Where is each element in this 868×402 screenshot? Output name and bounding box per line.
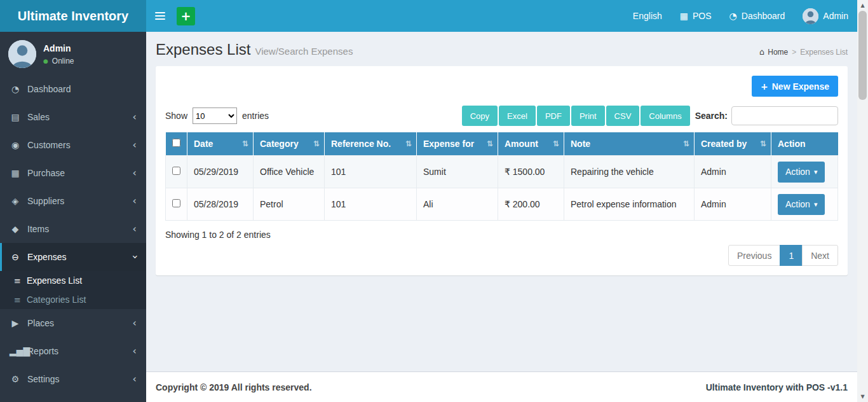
sidebar-item-reports[interactable]: ▂▅▇ Reports ‹ (0, 337, 146, 365)
sidebar-item-label: Items (27, 224, 49, 234)
column-header-amount[interactable]: Amount ⇅ (498, 132, 564, 156)
sidebar-user-status-label: Online (52, 57, 74, 66)
sidebar-item-sales[interactable]: ▤ Sales ‹ (0, 103, 146, 131)
chevron-down-icon: ‹ (130, 255, 140, 259)
sidebar-item-expenses[interactable]: ⊖ Expenses ‹ (0, 243, 146, 271)
cell-expense-for: Ali (417, 188, 498, 221)
nav-user-label: Admin (823, 11, 848, 21)
row-checkbox[interactable] (172, 167, 180, 175)
csv-button[interactable]: CSV (606, 106, 640, 126)
pdf-button[interactable]: PDF (537, 106, 570, 126)
plus-icon: + (181, 10, 191, 22)
excel-button[interactable]: Excel (499, 106, 536, 126)
column-header-date[interactable]: Date ⇅ (187, 132, 254, 156)
sidebar-subitem-categories-list[interactable]: ≡ Categories List (0, 290, 146, 309)
breadcrumb-home[interactable]: ⌂ Home (759, 47, 788, 57)
breadcrumb-separator: > (792, 48, 796, 57)
breadcrumb-current: Expenses List (800, 48, 848, 57)
quick-add-button[interactable]: + (177, 7, 195, 25)
page-size-select[interactable]: 10 (193, 107, 237, 124)
speedometer-icon: ◔ (729, 11, 737, 21)
sidebar-item-places[interactable]: ▶ Places ‹ (0, 309, 146, 337)
search-input[interactable] (731, 106, 838, 125)
brand-logo[interactable]: Ultimate Inventory (0, 0, 146, 32)
action-dropdown-button[interactable]: Action ▾ (778, 162, 825, 183)
show-entries: Show 10 entries (165, 107, 269, 124)
sidebar-user-info: Admin ● Online (43, 43, 74, 66)
column-header-reference[interactable]: Reference No. ⇅ (325, 132, 417, 156)
bar-chart-icon: ▂▅▇ (10, 346, 21, 356)
sidebar-toggle-button[interactable] (146, 0, 174, 32)
cell-select (166, 156, 187, 188)
copy-button[interactable]: Copy (462, 106, 498, 126)
nav-dashboard[interactable]: ◔ Dashboard (721, 0, 794, 32)
new-expense-button[interactable]: + New Expense (752, 76, 838, 97)
select-all-checkbox[interactable] (172, 139, 180, 147)
scroll-up-arrow[interactable]: ▲ (857, 0, 868, 11)
chevron-left-icon: ‹ (133, 374, 137, 384)
sidebar-item-items[interactable]: ◆ Items ‹ (0, 215, 146, 243)
pagination: Previous 1 Next (165, 245, 838, 266)
nav-language[interactable]: English (624, 0, 671, 32)
sidebar-item-purchase[interactable]: ▦ Purchase ‹ (0, 159, 146, 187)
pagination-page-1[interactable]: 1 (780, 245, 803, 266)
sidebar-item-settings[interactable]: ⚙ Settings ‹ (0, 365, 146, 393)
sidebar-item-dashboard[interactable]: ◔ Dashboard (0, 75, 146, 103)
chevron-left-icon: ‹ (133, 168, 137, 178)
sort-icon: ⇅ (313, 139, 320, 148)
breadcrumb: ⌂ Home > Expenses List (759, 47, 848, 57)
sidebar-user-status[interactable]: ● Online (43, 57, 74, 66)
sidebar-item-label: Suppliers (27, 196, 64, 206)
sidebar-subitem-expenses-list[interactable]: ≡ Expenses List (0, 271, 146, 290)
cell-date: 05/28/2019 (187, 188, 254, 221)
table-header-row: Date ⇅ Category ⇅ Reference No. ⇅ (166, 132, 838, 156)
sidebar-item-label: Purchase (27, 168, 65, 178)
top-navbar: + English ▦ POS ◔ Dashboard (146, 0, 857, 32)
cell-category: Office Vehicle (254, 156, 325, 188)
cell-created-by: Admin (695, 156, 771, 188)
column-header-note[interactable]: Note ⇅ (564, 132, 695, 156)
action-dropdown-button[interactable]: Action ▾ (778, 194, 825, 215)
column-header-expense-for[interactable]: Expense for ⇅ (417, 132, 498, 156)
cell-expense-for: Sumit (417, 156, 498, 188)
column-header-category[interactable]: Category ⇅ (254, 132, 325, 156)
sidebar-item-label: Settings (27, 374, 60, 384)
nav-pos[interactable]: ▦ POS (671, 0, 721, 32)
column-label: Amount (505, 139, 538, 149)
export-button-group: Copy Excel PDF Print CSV Columns (462, 106, 690, 126)
scroll-thumb[interactable] (858, 11, 867, 100)
sidebar-item-customers[interactable]: ◉ Customers ‹ (0, 131, 146, 159)
expenses-submenu: ≡ Expenses List ≡ Categories List (0, 271, 146, 309)
print-button[interactable]: Print (571, 106, 605, 126)
breadcrumb-home-label: Home (768, 48, 788, 57)
sidebar-item-suppliers[interactable]: ◈ Suppliers ‹ (0, 187, 146, 215)
sidebar-subitem-label: Categories List (27, 295, 86, 305)
chevron-left-icon: ‹ (133, 224, 137, 234)
pagination-previous[interactable]: Previous (728, 245, 780, 266)
sort-icon: ⇅ (683, 139, 689, 148)
items-icon: ◆ (10, 224, 21, 234)
sort-icon: ⇅ (405, 139, 412, 148)
purchase-icon: ▦ (10, 168, 21, 178)
sidebar-user-panel: Admin ● Online (0, 32, 146, 75)
scroll-down-arrow[interactable]: ▼ (857, 391, 868, 402)
column-label: Note (571, 139, 590, 149)
row-checkbox[interactable] (172, 199, 180, 207)
column-label: Reference No. (331, 139, 391, 149)
navbar-right: English ▦ POS ◔ Dashboard Admin (624, 0, 857, 32)
list-icon: ≡ (14, 295, 21, 305)
page-title: Expenses List (156, 41, 250, 58)
calculator-icon: ▦ (680, 11, 688, 21)
nav-user-menu[interactable]: Admin (794, 0, 857, 32)
pagination-next[interactable]: Next (802, 245, 838, 266)
nav-dashboard-label: Dashboard (742, 11, 785, 21)
plus-icon: + (761, 81, 768, 92)
columns-button[interactable]: Columns (641, 106, 689, 126)
dashboard-icon: ◔ (10, 84, 21, 94)
vertical-scrollbar[interactable]: ▲ ▼ (857, 0, 868, 402)
table-row: 05/28/2019 Petrol 101 Ali ₹ 200.00 Petro… (166, 188, 838, 221)
column-header-created-by[interactable]: Created by ⇅ (695, 132, 771, 156)
column-label: Date (194, 139, 213, 149)
box-toolbar: + New Expense (165, 76, 838, 97)
cell-action: Action ▾ (771, 156, 838, 188)
